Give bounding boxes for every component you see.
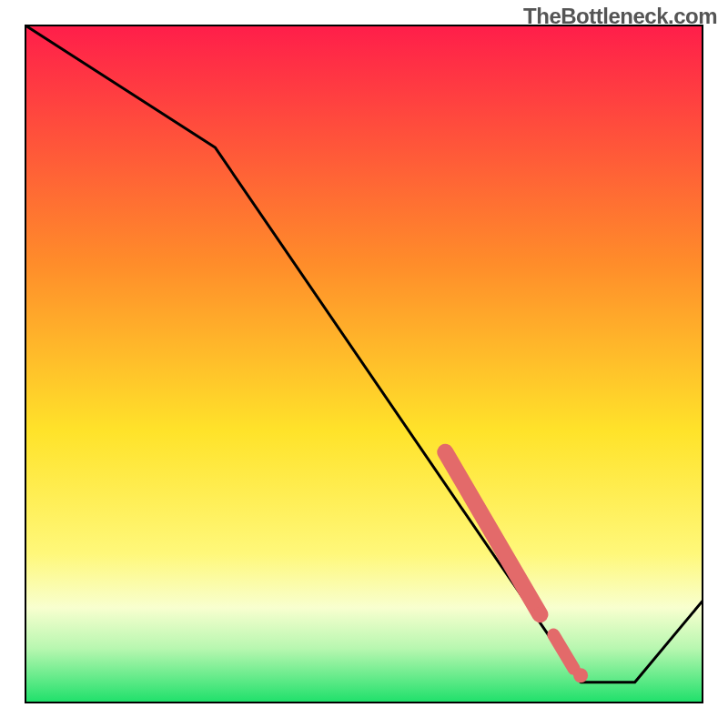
bottleneck-chart: [0, 0, 728, 728]
highlight-dot: [573, 668, 588, 682]
highlight-dot: [532, 607, 547, 622]
chart-stage: TheBottleneck.com: [0, 0, 728, 728]
